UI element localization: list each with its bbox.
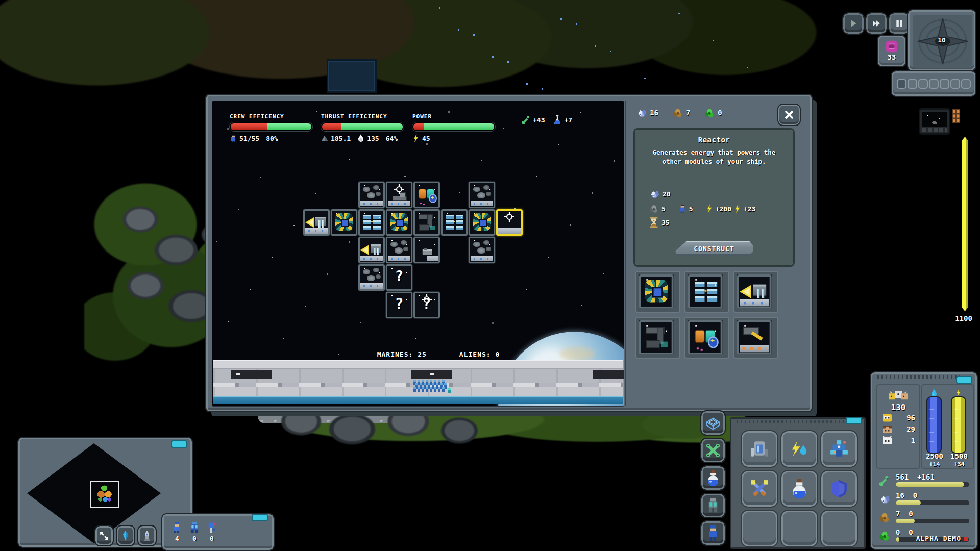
close-button[interactable]	[778, 105, 800, 125]
blueprint-icon	[706, 415, 720, 431]
station-platform	[213, 360, 623, 401]
panel-chip[interactable]	[846, 417, 862, 424]
ability-slot[interactable]	[742, 431, 777, 467]
squad-chip[interactable]	[252, 514, 268, 521]
ship-module-asteroid[interactable]	[358, 182, 385, 208]
swords-icon	[750, 479, 769, 498]
module-option-storage[interactable]	[684, 317, 729, 359]
efficiency-bars: CREW EFFICENCY51/5580%THRUST EFFICIENCY1…	[230, 113, 516, 149]
squad-unit: 0	[207, 522, 217, 542]
module-thumb-reactor[interactable]	[639, 274, 674, 308]
ship-module-moon-machine[interactable]	[413, 237, 440, 263]
module-option-engine[interactable]	[733, 271, 778, 313]
ship-module-empty[interactable]	[496, 209, 523, 236]
minimap-chip[interactable]	[171, 440, 187, 448]
hud-slot[interactable]	[908, 79, 917, 89]
minimap-center-view-button[interactable]	[95, 526, 113, 545]
ability-slot[interactable]	[742, 471, 777, 507]
module-thumb-machinery[interactable]	[639, 320, 674, 354]
ship-module-question[interactable]: ?	[386, 264, 412, 291]
compass-gauge[interactable]: 10	[908, 10, 975, 70]
ability-slot[interactable]	[781, 471, 817, 507]
colony-status-panel: 130 96291 2500+141500+34 561 +16116 07 0…	[871, 372, 977, 549]
resource-count: 16	[636, 108, 658, 118]
rocket-icon	[142, 531, 152, 541]
ore-icon	[878, 512, 891, 523]
hud-slot[interactable]	[961, 79, 971, 89]
crosshair-icon	[504, 212, 514, 222]
tab-build[interactable]	[701, 411, 725, 435]
module-thumb-engine[interactable]	[737, 274, 772, 308]
ship-module-reactor[interactable]	[386, 209, 412, 236]
ability-slot[interactable]	[821, 431, 857, 467]
tab-research[interactable]	[701, 466, 725, 490]
hud-slot[interactable]	[897, 79, 906, 89]
ability-slot[interactable]	[781, 431, 817, 467]
ship-viewport[interactable]: CREW EFFICENCY51/5580%THRUST EFFICIENCY1…	[212, 101, 624, 407]
flask-icon	[553, 115, 562, 124]
resource-count: 0	[704, 108, 722, 118]
ability-slot[interactable]	[821, 511, 857, 546]
ability-slot[interactable]	[742, 511, 777, 546]
game-screen: CREW EFFICENCY51/5580%THRUST EFFICIENCY1…	[0, 0, 980, 551]
module-option-reactor[interactable]	[635, 271, 680, 313]
tab-crew[interactable]	[701, 521, 725, 545]
ship-module-crew[interactable]	[441, 209, 468, 236]
pause-button[interactable]	[889, 13, 910, 34]
io-stat: +43	[522, 115, 545, 124]
construct-button[interactable]: CONSTRUCT	[675, 241, 753, 256]
module-thumb-mining[interactable]	[737, 320, 772, 354]
bar-track	[230, 122, 312, 131]
minimap-ship-view-button[interactable]	[138, 526, 156, 545]
ship-module-question[interactable]: ?	[413, 292, 440, 318]
energy-icon	[706, 204, 713, 213]
ship-module-reactor[interactable]	[331, 209, 357, 236]
ship-module-containers[interactable]	[413, 182, 440, 208]
ship-module-engine[interactable]	[303, 209, 330, 236]
fast-forward-button[interactable]	[866, 13, 887, 34]
altitude-slider[interactable]	[962, 137, 968, 311]
ship-module-asteroid[interactable]	[358, 264, 385, 291]
ship-module-asteroid[interactable]	[386, 237, 412, 263]
module-option-mining[interactable]	[733, 317, 778, 359]
play-button[interactable]	[843, 13, 864, 34]
expand-chip[interactable]	[956, 376, 972, 384]
ship-module-drill[interactable]	[386, 182, 412, 208]
ability-slot[interactable]	[781, 511, 817, 546]
cargo-chip-icon	[952, 109, 960, 123]
tab-repair[interactable]	[701, 439, 725, 462]
specimen-counter[interactable]: 33	[878, 36, 905, 66]
ship-module-asteroid[interactable]	[469, 182, 495, 208]
hud-slot[interactable]	[929, 79, 939, 89]
efficiency-bar-2: POWER45	[412, 113, 495, 142]
tab-mech[interactable]	[701, 494, 725, 517]
hud-slot[interactable]	[918, 79, 928, 89]
ore-icon	[673, 108, 683, 118]
ship-module-crew[interactable]	[358, 209, 385, 236]
blue-tank	[926, 396, 942, 454]
specimen-icon	[885, 40, 898, 53]
generator-icon	[750, 439, 769, 459]
crew-group-icon	[889, 389, 908, 402]
crystal-icon	[636, 108, 647, 118]
wrench-icon	[522, 115, 531, 124]
module-thumb-crew-quarters[interactable]	[688, 274, 723, 308]
io-stats: +43+7	[522, 115, 572, 124]
ability-slot[interactable]	[821, 471, 857, 507]
hud-slot[interactable]	[950, 79, 960, 89]
module-thumb-storage[interactable]	[688, 320, 723, 354]
ship-module-engine[interactable]	[358, 237, 385, 263]
minimap-resources-view-button[interactable]	[117, 526, 134, 545]
marine-unit-icon	[172, 522, 182, 533]
hud-slot[interactable]	[940, 79, 949, 89]
gem-icon	[878, 530, 891, 541]
unit-count: 0	[189, 535, 200, 542]
pixel-ship-icon	[829, 439, 849, 459]
ship-module-asteroid[interactable]	[469, 237, 495, 263]
ship-module-machinery[interactable]	[413, 209, 440, 236]
ship-module-question[interactable]: ?	[386, 292, 412, 318]
module-option-machinery[interactable]	[635, 317, 680, 359]
repair-icon	[706, 443, 720, 458]
module-option-crew-quarters[interactable]	[684, 271, 729, 313]
ship-module-reactor[interactable]	[469, 209, 495, 236]
